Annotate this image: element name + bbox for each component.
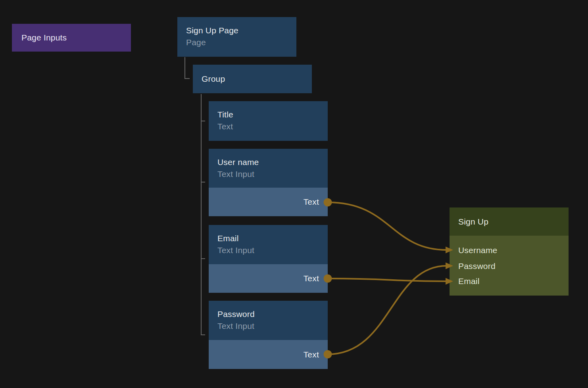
password-input-node[interactable]: Password Text Input xyxy=(209,301,328,340)
node-title: Group xyxy=(202,73,225,85)
sign-up-node-header: Sign Up xyxy=(450,207,569,236)
node-title: Sign Up Page xyxy=(186,25,288,36)
email-input-node[interactable]: Email Text Input xyxy=(209,225,328,264)
node-subtitle: Text Input xyxy=(217,320,319,332)
node-editor-canvas[interactable]: Page Inputs Sign Up Page Page Group Titl… xyxy=(0,0,588,388)
password-output-row[interactable]: Text xyxy=(209,340,328,369)
node-subtitle: Text xyxy=(217,121,319,133)
output-port-label: Text xyxy=(304,350,319,359)
page-inputs-label: Page Inputs xyxy=(21,32,67,44)
node-subtitle: Page xyxy=(186,36,288,48)
tree-connector-group-trunk xyxy=(201,94,205,335)
tree-connector-root-to-group xyxy=(185,57,190,79)
username-output-row[interactable]: Text xyxy=(209,188,328,216)
node-title: Sign Up xyxy=(458,216,488,228)
output-port-label: Text xyxy=(304,274,319,283)
wire-email-to-signup[interactable] xyxy=(328,279,447,281)
wire-username-to-signup[interactable] xyxy=(328,202,447,250)
input-port-label-username: Username xyxy=(458,245,497,255)
output-port-label: Text xyxy=(304,197,319,207)
input-port-label-password: Password xyxy=(458,261,496,271)
title-text-node[interactable]: Title Text xyxy=(209,101,328,141)
node-subtitle: Text Input xyxy=(217,168,319,180)
wire-password-to-signup[interactable] xyxy=(328,266,447,354)
node-title: Title xyxy=(217,109,319,121)
node-title: Email xyxy=(217,232,319,244)
input-port-label-email: Email xyxy=(458,276,480,286)
node-title: Password xyxy=(217,308,319,320)
group-node[interactable]: Group xyxy=(193,65,312,93)
email-output-row[interactable]: Text xyxy=(209,264,328,293)
node-subtitle: Text Input xyxy=(217,244,319,256)
node-title: User name xyxy=(217,156,319,168)
sign-up-page-node[interactable]: Sign Up Page Page xyxy=(177,17,296,57)
username-input-node[interactable]: User name Text Input xyxy=(209,149,328,188)
page-inputs-node[interactable]: Page Inputs xyxy=(12,24,131,52)
